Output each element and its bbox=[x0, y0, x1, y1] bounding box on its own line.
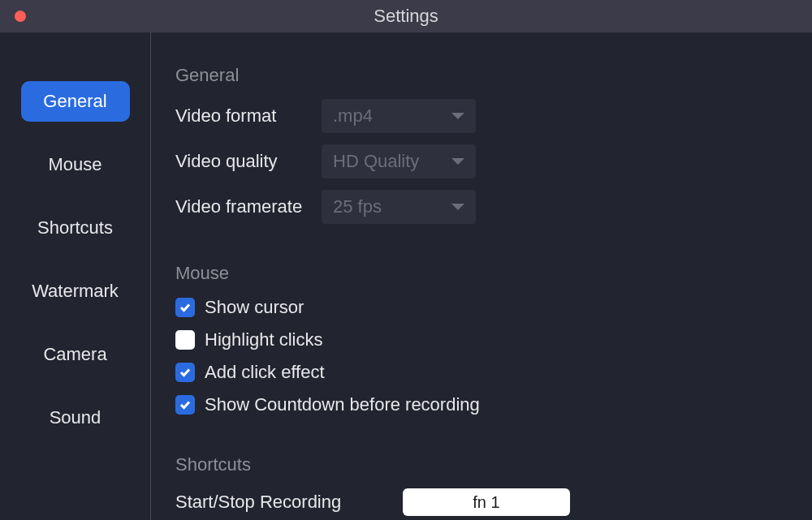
content-pane: General Video format .mp4 Video quality … bbox=[151, 32, 812, 520]
titlebar: Settings bbox=[0, 0, 812, 32]
section-header-mouse: Mouse bbox=[175, 263, 788, 284]
sidebar-item-mouse[interactable]: Mouse bbox=[21, 144, 130, 185]
checkmark-icon bbox=[179, 301, 192, 314]
select-value: 25 fps bbox=[333, 196, 382, 217]
sidebar-item-label: Watermark bbox=[32, 281, 119, 302]
shortcut-value: fn 1 bbox=[473, 493, 499, 512]
select-video-format[interactable]: .mp4 bbox=[322, 99, 476, 133]
section-header-shortcuts: Shortcuts bbox=[175, 454, 788, 475]
label-video-quality: Video quality bbox=[175, 151, 322, 172]
sidebar-item-label: Camera bbox=[43, 344, 106, 365]
checkmark-icon bbox=[179, 366, 192, 379]
label-start-stop: Start/Stop Recording bbox=[175, 492, 403, 513]
sidebar: General Mouse Shortcuts Watermark Camera… bbox=[0, 32, 151, 520]
sidebar-item-general[interactable]: General bbox=[21, 81, 130, 122]
checkbox-show-cursor[interactable] bbox=[175, 298, 195, 317]
checkbox-label: Show cursor bbox=[205, 297, 304, 318]
checkbox-add-click-effect[interactable] bbox=[175, 363, 195, 382]
sidebar-item-camera[interactable]: Camera bbox=[21, 334, 130, 375]
checkbox-row-show-countdown: Show Countdown before recording bbox=[175, 394, 788, 415]
sidebar-item-label: Sound bbox=[50, 407, 102, 428]
checkbox-row-add-click-effect: Add click effect bbox=[175, 362, 788, 383]
checkbox-label: Show Countdown before recording bbox=[205, 394, 480, 415]
body: General Mouse Shortcuts Watermark Camera… bbox=[0, 32, 812, 520]
chevron-down-icon bbox=[451, 113, 464, 119]
label-video-framerate: Video framerate bbox=[175, 196, 322, 217]
sidebar-item-label: General bbox=[43, 91, 106, 112]
row-video-quality: Video quality HD Quality bbox=[175, 144, 788, 178]
close-window-button[interactable] bbox=[15, 11, 26, 22]
checkmark-icon bbox=[179, 398, 192, 411]
select-video-quality[interactable]: HD Quality bbox=[322, 144, 476, 178]
sidebar-item-watermark[interactable]: Watermark bbox=[21, 271, 130, 312]
checkbox-row-show-cursor: Show cursor bbox=[175, 297, 788, 318]
checkbox-label: Highlight clicks bbox=[205, 329, 323, 350]
select-value: .mp4 bbox=[333, 105, 373, 127]
sidebar-item-label: Mouse bbox=[48, 154, 102, 175]
row-video-framerate: Video framerate 25 fps bbox=[175, 190, 788, 224]
select-video-framerate[interactable]: 25 fps bbox=[322, 190, 476, 224]
select-value: HD Quality bbox=[333, 151, 419, 172]
chevron-down-icon bbox=[451, 204, 464, 210]
checkbox-row-highlight-clicks: Highlight clicks bbox=[175, 329, 788, 350]
row-video-format: Video format .mp4 bbox=[175, 99, 788, 133]
label-video-format: Video format bbox=[175, 105, 322, 127]
sidebar-item-shortcuts[interactable]: Shortcuts bbox=[21, 208, 130, 248]
section-header-general: General bbox=[175, 65, 788, 86]
checkbox-highlight-clicks[interactable] bbox=[175, 330, 195, 350]
traffic-lights bbox=[0, 11, 26, 22]
sidebar-item-label: Shortcuts bbox=[37, 217, 113, 239]
chevron-down-icon bbox=[451, 158, 464, 165]
row-start-stop-recording: Start/Stop Recording fn 1 bbox=[175, 488, 788, 516]
sidebar-item-sound[interactable]: Sound bbox=[21, 398, 130, 438]
checkbox-show-countdown[interactable] bbox=[175, 395, 195, 415]
checkbox-label: Add click effect bbox=[205, 362, 325, 383]
shortcut-field-start-stop[interactable]: fn 1 bbox=[403, 488, 570, 516]
window-title: Settings bbox=[374, 6, 438, 27]
